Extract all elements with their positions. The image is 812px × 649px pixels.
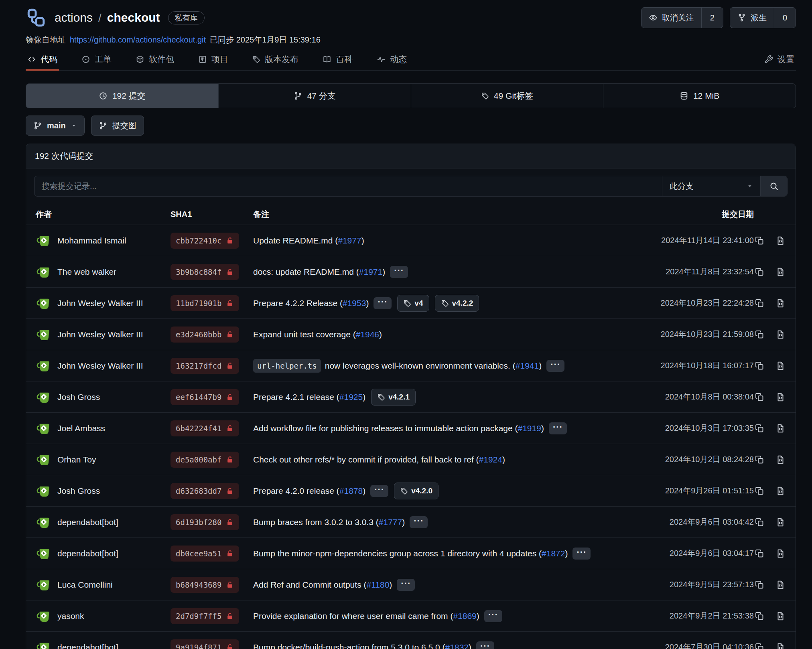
copy-sha-icon[interactable]: [755, 298, 764, 308]
commit-sha-badge[interactable]: cbb722410c: [171, 233, 239, 249]
issue-link[interactable]: #1872: [542, 549, 565, 558]
copy-sha-icon[interactable]: [755, 549, 764, 558]
expand-commit-button[interactable]: ···: [370, 485, 388, 497]
copy-sha-icon[interactable]: [755, 330, 764, 339]
tab-issues[interactable]: 工单: [80, 49, 113, 71]
copy-sha-icon[interactable]: [755, 486, 764, 496]
browse-source-icon[interactable]: [775, 424, 785, 433]
avatar[interactable]: [36, 295, 52, 311]
browse-source-icon[interactable]: [775, 392, 785, 402]
issue-link[interactable]: #1971: [359, 267, 382, 277]
browse-source-icon[interactable]: [775, 361, 785, 371]
copy-sha-icon[interactable]: [755, 424, 764, 433]
avatar[interactable]: [36, 608, 52, 624]
version-tag-chip[interactable]: v4: [397, 295, 429, 312]
watch-count[interactable]: 2: [701, 8, 723, 28]
issue-link[interactable]: #1180: [366, 580, 389, 590]
avatar[interactable]: [36, 452, 52, 468]
issue-link[interactable]: #1878: [339, 486, 363, 496]
mirror-url-link[interactable]: https://github.com/actions/checkout.git: [70, 35, 206, 45]
branch-selector[interactable]: main: [26, 116, 85, 136]
issue-link[interactable]: #1941: [516, 361, 539, 371]
expand-commit-button[interactable]: ···: [549, 422, 567, 434]
issue-link[interactable]: #1924: [479, 455, 502, 464]
stat-size[interactable]: 12 MiB: [603, 84, 796, 108]
commit-search-input[interactable]: [35, 176, 662, 196]
browse-source-icon[interactable]: [775, 236, 785, 245]
expand-commit-button[interactable]: ···: [374, 297, 392, 309]
avatar[interactable]: [36, 483, 52, 499]
unwatch-button[interactable]: 取消关注 2: [641, 7, 723, 28]
expand-commit-button[interactable]: ···: [410, 516, 428, 528]
browse-source-icon[interactable]: [775, 298, 785, 308]
commit-sha-badge[interactable]: 11bd71901b: [171, 295, 239, 311]
copy-sha-icon[interactable]: [755, 517, 764, 527]
avatar[interactable]: [36, 233, 52, 249]
tab-code[interactable]: 代码: [26, 49, 59, 71]
copy-sha-icon[interactable]: [755, 611, 764, 621]
issue-link[interactable]: #1869: [453, 611, 476, 621]
copy-sha-icon[interactable]: [755, 455, 764, 464]
fork-button[interactable]: 派生 0: [730, 7, 796, 28]
commit-sha-badge[interactable]: d632683dd7: [171, 483, 239, 499]
commit-sha-badge[interactable]: db0cee9a51: [171, 546, 239, 562]
stat-branches[interactable]: 47 分支: [218, 84, 411, 108]
commit-sha-badge[interactable]: 2d7d9f7ff5: [171, 608, 239, 624]
avatar[interactable]: [36, 514, 52, 530]
browse-source-icon[interactable]: [775, 549, 785, 558]
expand-commit-button[interactable]: ···: [397, 579, 415, 591]
version-tag-chip[interactable]: v4.2.1: [371, 389, 416, 406]
browse-source-icon[interactable]: [775, 486, 785, 496]
avatar[interactable]: [36, 639, 52, 649]
commit-sha-badge[interactable]: 6b42224f41: [171, 420, 239, 436]
commit-graph-button[interactable]: 提交图: [91, 116, 144, 136]
avatar[interactable]: [36, 327, 52, 343]
issue-link[interactable]: #1925: [339, 392, 363, 402]
expand-commit-button[interactable]: ···: [546, 360, 564, 372]
browse-source-icon[interactable]: [775, 611, 785, 621]
commit-sha-badge[interactable]: eef61447b9: [171, 389, 239, 405]
avatar[interactable]: [36, 546, 52, 562]
commit-sha-badge[interactable]: de5a000abf: [171, 452, 239, 468]
issue-link[interactable]: #1919: [518, 424, 541, 433]
copy-sha-icon[interactable]: [755, 643, 764, 649]
version-tag-chip[interactable]: v4.2.0: [394, 483, 438, 499]
repo-name-link[interactable]: checkout: [107, 11, 160, 24]
avatar[interactable]: [36, 389, 52, 405]
commit-sha-badge[interactable]: b684943689: [171, 577, 239, 593]
browse-source-icon[interactable]: [775, 267, 785, 277]
commit-sha-badge[interactable]: 9a9194f871: [171, 639, 239, 649]
issue-link[interactable]: #1832: [445, 643, 469, 649]
copy-sha-icon[interactable]: [755, 236, 764, 245]
copy-sha-icon[interactable]: [755, 361, 764, 371]
browse-source-icon[interactable]: [775, 643, 785, 649]
branch-scope-dropdown[interactable]: 此分支: [662, 176, 760, 196]
issue-link[interactable]: #1953: [343, 298, 366, 308]
expand-commit-button[interactable]: ···: [484, 610, 502, 622]
expand-commit-button[interactable]: ···: [476, 641, 494, 649]
tab-projects[interactable]: 项目: [197, 49, 230, 71]
avatar[interactable]: [36, 358, 52, 374]
expand-commit-button[interactable]: ···: [572, 548, 591, 560]
issue-link[interactable]: #1777: [379, 517, 402, 527]
commit-sha-badge[interactable]: 6d193bf280: [171, 514, 239, 530]
avatar[interactable]: [36, 420, 52, 436]
browse-source-icon[interactable]: [775, 580, 785, 590]
avatar[interactable]: [36, 264, 52, 280]
issue-link[interactable]: #1946: [356, 330, 379, 339]
expand-commit-button[interactable]: ···: [390, 266, 408, 278]
tab-activity[interactable]: 动态: [375, 49, 408, 71]
tab-wiki[interactable]: 百科: [321, 49, 354, 71]
copy-sha-icon[interactable]: [755, 392, 764, 402]
copy-sha-icon[interactable]: [755, 580, 764, 590]
search-button[interactable]: [760, 176, 787, 196]
copy-sha-icon[interactable]: [755, 267, 764, 277]
tab-packages[interactable]: 软件包: [134, 49, 176, 71]
version-tag-chip[interactable]: v4.2.2: [435, 295, 479, 312]
commit-sha-badge[interactable]: 163217dfcd: [171, 358, 239, 374]
site-logo-icon[interactable]: [26, 8, 46, 28]
browse-source-icon[interactable]: [775, 455, 785, 464]
browse-source-icon[interactable]: [775, 330, 785, 339]
tab-releases[interactable]: 版本发布: [251, 49, 300, 71]
tab-settings[interactable]: 设置: [763, 49, 796, 71]
